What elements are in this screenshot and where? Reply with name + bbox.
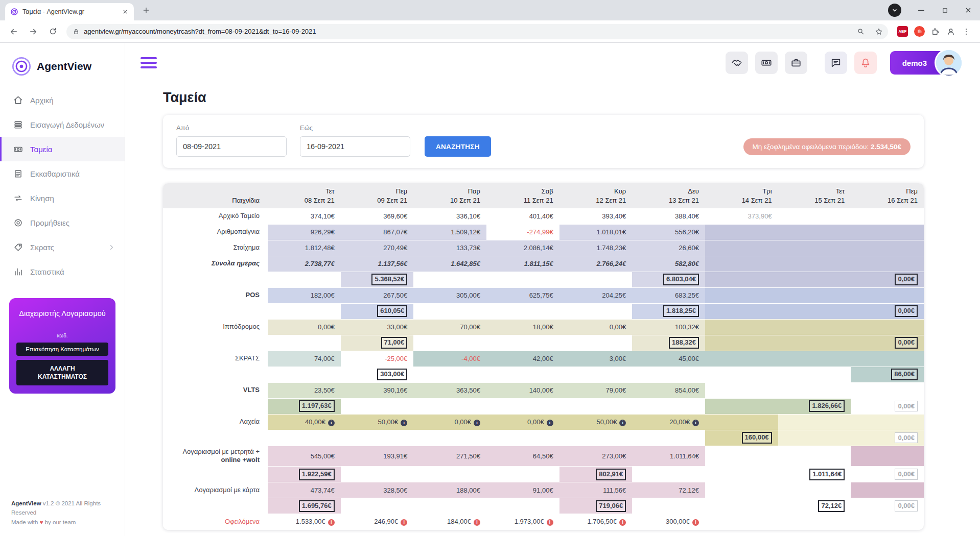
hamburger-menu-button[interactable] [141, 57, 157, 68]
info-icon[interactable]: i [328, 420, 335, 426]
cell: 0,00€ [851, 272, 924, 287]
reload-button[interactable] [44, 23, 61, 40]
cell: 33,00€ [341, 319, 414, 335]
banknote-icon[interactable] [755, 52, 778, 74]
puzzle-icon[interactable] [931, 27, 940, 36]
adblock-extension-icon[interactable] [914, 26, 925, 37]
info-icon[interactable]: i [547, 420, 553, 426]
table-row: 610,05€1.818,25€0,00€ [163, 303, 924, 319]
maximize-button[interactable] [933, 0, 956, 20]
column-header: Τρι14 Σεπ 21 [705, 183, 778, 208]
bell-icon[interactable] [854, 52, 877, 74]
media-controls-icon[interactable] [888, 4, 901, 17]
sidebar-item-label: Ταμεία [30, 145, 53, 154]
info-icon[interactable]: i [474, 519, 480, 526]
cell: 1.533,00€i [268, 514, 341, 530]
sidebar-item-commissions[interactable]: Προμήθειες [0, 210, 125, 235]
cell: 91,00€ [486, 482, 559, 498]
cell [778, 272, 851, 287]
table-row: 5.368,52€6.803,04€0,00€ [163, 272, 924, 287]
cell [851, 482, 924, 498]
cell: 2.766,24€ [559, 256, 633, 272]
info-icon[interactable]: i [619, 420, 626, 426]
cell [559, 367, 633, 382]
info-icon[interactable]: i [328, 519, 335, 526]
cell: 86,00€ [851, 367, 924, 382]
row-label: VLTS [163, 382, 268, 398]
info-icon[interactable]: i [401, 420, 407, 426]
change-store-button[interactable]: ΑΛΛΑΓΗ ΚΑΤΑΣΤΗΜΑΤΟΣ [16, 360, 108, 385]
sidebar-nav: ΑρχικήΕισαγωγή ΔεδομένωνΤαμείαΕκκαθαριστ… [0, 88, 125, 284]
chat-icon[interactable] [825, 52, 847, 74]
cell: 140,00€ [486, 382, 559, 398]
url-bar[interactable]: agentview.gr/myaccount/moneytrcash?dt_fr… [66, 24, 888, 39]
date-from-input[interactable] [176, 136, 287, 157]
cell: 267,50€ [341, 287, 414, 303]
close-button[interactable] [956, 0, 980, 20]
store-overview-button[interactable]: Επισκόπηση Καταστημάτων [16, 343, 108, 356]
cell: 2.738,77€ [268, 256, 341, 272]
info-icon[interactable]: i [474, 420, 480, 426]
abp-extension-icon[interactable]: ABP [897, 26, 908, 37]
cell: 610,05€ [341, 303, 414, 319]
date-to-input[interactable] [300, 136, 410, 157]
row-label: Οφειλόμενα [163, 514, 268, 530]
info-icon[interactable]: i [619, 519, 626, 526]
info-icon[interactable]: i [547, 519, 553, 526]
sidebar-item-statements[interactable]: Εκκαθαριστικά [0, 161, 125, 186]
column-header: Πεμ16 Σεπ 21 [851, 183, 924, 208]
search-icon[interactable] [853, 25, 868, 39]
cell [413, 272, 486, 287]
table-row: 1.197,63€1.826,66€0,00€ [163, 398, 924, 414]
footer-brand: AgentView [11, 500, 41, 506]
handshake-icon[interactable] [726, 52, 748, 74]
minimize-button[interactable] [909, 0, 933, 20]
star-icon[interactable] [872, 25, 886, 39]
cell [341, 398, 414, 414]
kebab-menu-icon[interactable] [962, 27, 971, 36]
cell: 1.812,48€ [268, 240, 341, 256]
cell [268, 430, 341, 446]
info-icon[interactable]: i [692, 420, 699, 426]
briefcase-icon[interactable] [785, 52, 807, 74]
cell [413, 367, 486, 382]
back-button[interactable] [5, 23, 22, 40]
cell: 5.368,52€ [341, 272, 414, 287]
cell: 1.826,66€ [778, 398, 851, 414]
browser-tab[interactable]: Ταμεία - AgentView.gr [5, 3, 134, 20]
cell: 1.706,50€i [559, 514, 633, 530]
info-icon[interactable]: i [692, 519, 699, 526]
cell: 1.642,85€ [413, 256, 486, 272]
cell [705, 272, 778, 287]
cell: 72,12€ [632, 482, 705, 498]
cell: -274,99€ [486, 224, 559, 240]
profile-icon[interactable] [946, 27, 955, 36]
cell: 26,60€ [632, 240, 705, 256]
cell [851, 414, 924, 430]
sidebar-item-data-entry[interactable]: Εισαγωγή Δεδομένων [0, 112, 125, 137]
url-text[interactable]: agentview.gr/myaccount/moneytrcash?dt_fr… [84, 28, 849, 35]
tab-close-icon[interactable] [122, 8, 129, 15]
search-button[interactable]: ΑΝΑΖΗΤΗΣΗ [425, 136, 491, 157]
row-label [163, 272, 268, 287]
sidebar-item-cash[interactable]: Ταμεία [0, 137, 125, 161]
sidebar-item-home[interactable]: Αρχική [0, 88, 125, 112]
sidebar-item-scratch[interactable]: Σκρατς [0, 235, 125, 259]
sidebar-item-movement[interactable]: Κίνηση [0, 186, 125, 210]
cell: 374,10€ [268, 208, 341, 224]
cell [778, 514, 851, 530]
info-icon[interactable]: i [401, 519, 407, 526]
avatar[interactable] [936, 50, 962, 76]
cell: 0,00€ [851, 335, 924, 351]
cell: 683,25€ [632, 287, 705, 303]
new-tab-button[interactable] [139, 3, 153, 17]
cell: 204,25€ [559, 287, 633, 303]
table-row: 71,00€188,32€0,00€ [163, 335, 924, 351]
cell: 0,00€i [486, 414, 559, 430]
sidebar-item-statistics[interactable]: Στατιστικά [0, 259, 125, 284]
cell: 363,50€ [413, 382, 486, 398]
cell: 1.011,64€ [778, 467, 851, 482]
forward-button[interactable] [25, 23, 42, 40]
cell: 1.973,00€i [486, 514, 559, 530]
cell [778, 430, 851, 446]
